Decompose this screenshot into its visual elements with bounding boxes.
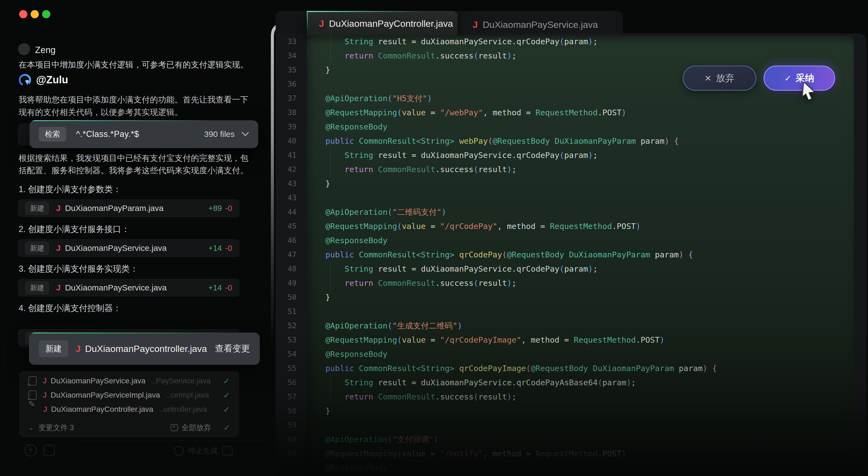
- lines-added: +14: [208, 244, 222, 252]
- line-number: 56: [276, 375, 297, 389]
- code-line[interactable]: @ResponseBody: [307, 120, 854, 134]
- code-line[interactable]: String result = duXiaomanPayService.qrCo…: [307, 262, 854, 276]
- view-changes-link[interactable]: 查看变更: [215, 343, 250, 355]
- file-name: DuXiaomanPayServiceImpl.java: [51, 391, 160, 400]
- code-line[interactable]: String result = duXiaomanPayService.qrCo…: [307, 375, 854, 389]
- line-number: 55: [276, 361, 297, 375]
- accept-check-icon[interactable]: ✓: [223, 405, 230, 414]
- line-number: 46: [276, 233, 297, 247]
- file-name: DuXiaomanPayService.java: [51, 377, 146, 385]
- add-attachment-icon[interactable]: [25, 444, 37, 456]
- discard-all-button[interactable]: 全部放弃: [170, 423, 211, 433]
- code-line[interactable]: [307, 304, 854, 318]
- code-line[interactable]: @ResponseBody: [307, 347, 854, 361]
- accept-all-check-icon[interactable]: ✓: [224, 423, 230, 432]
- code-line[interactable]: @RequestMapping(value = "/qrCodePayImage…: [307, 333, 854, 347]
- code-line[interactable]: @ApiOperation("H5支付"): [307, 91, 854, 105]
- line-number: 54: [276, 347, 297, 361]
- chevron-down-icon[interactable]: [242, 132, 249, 136]
- line-number: 35: [276, 63, 297, 77]
- line-number: 38: [276, 105, 297, 120]
- code-line[interactable]: return CommonResult.success(result);: [307, 276, 854, 290]
- file-change-card[interactable]: 新建 J DuXiaomanPayService.java +14-0: [18, 279, 240, 297]
- code-line[interactable]: String result = duXiaomanPayService.qrCo…: [307, 36, 854, 48]
- code-line[interactable]: [307, 418, 854, 432]
- line-number: 59: [276, 418, 297, 432]
- tab-controller-file[interactable]: J DuXiaomanPayController.java: [307, 11, 458, 36]
- collapse-icon[interactable]: ⌄: [28, 424, 34, 432]
- assistant-mention: @Zulu: [36, 74, 68, 86]
- code-line[interactable]: @ApiOperation("支付回调"): [307, 432, 854, 446]
- code-line[interactable]: }: [307, 290, 854, 304]
- code-line[interactable]: String result = duXiaomanPayService.qrCo…: [307, 148, 854, 162]
- file-name-ghost: ..PayService.java: [152, 377, 211, 385]
- check-icon: ✓: [784, 73, 791, 83]
- file-name: DuXiaomanPayService.java: [65, 243, 167, 253]
- lines-removed: -0: [225, 204, 232, 213]
- line-number: 34: [276, 48, 297, 63]
- step-title: 1. 创建度小满支付参数类：: [19, 183, 121, 195]
- code-line[interactable]: public CommonResult<String> qrCodePayIma…: [307, 361, 854, 375]
- code-editor[interactable]: String result = duXiaomanPayService.qrCo…: [307, 36, 854, 476]
- line-number: 42: [276, 162, 297, 176]
- code-line[interactable]: @ApiOperation("生成支付二维码"): [307, 318, 854, 333]
- code-line[interactable]: @ResponseBody: [307, 233, 854, 247]
- changed-file-row[interactable]: J DuXiaomanPayServiceImpl.java ..ceImpl.…: [28, 388, 230, 402]
- java-file-icon: J: [43, 391, 47, 400]
- line-number: 53: [276, 333, 297, 347]
- search-result-popup[interactable]: 检索 ^.*Class.*Pay.*$ 390 files: [30, 120, 258, 148]
- lines-removed: -0: [225, 283, 232, 292]
- code-line[interactable]: return CommonResult.success(result);: [307, 48, 854, 63]
- line-number: 43: [276, 191, 297, 205]
- code-line[interactable]: }: [307, 176, 854, 191]
- close-icon: ✕: [705, 73, 711, 83]
- code-line[interactable]: public CommonResult<String> qrCodePay(@R…: [307, 247, 854, 262]
- file-change-card[interactable]: 新建 J DuXiaomanPayService.java +14-0: [18, 239, 240, 257]
- line-number: 37: [276, 91, 297, 105]
- line-number: 33: [276, 34, 297, 48]
- java-file-icon: J: [75, 343, 81, 354]
- file-edit-icon: [28, 405, 37, 414]
- code-line[interactable]: @RequestMapping(value = "/webPay", metho…: [307, 105, 854, 120]
- code-line[interactable]: public CommonResult<String> webPay(@Requ…: [307, 134, 854, 148]
- controller-file-popup[interactable]: 新建 J DuXiaomanPaycontroller.java 查看变更: [29, 333, 260, 365]
- accept-check-icon[interactable]: ✓: [223, 376, 230, 386]
- line-number: [276, 461, 297, 475]
- chat-panel: Zeng 在本项目中增加度小满支付逻辑，可参考已有的支付逻辑实现。 @Zulu …: [0, 0, 276, 476]
- divider: [79, 440, 269, 441]
- changed-file-row[interactable]: J DuXiaomanPayService.java ..PayService.…: [28, 374, 230, 388]
- line-number: 61: [276, 446, 297, 461]
- changed-files-toggle[interactable]: 变更文件 3: [38, 423, 74, 433]
- image-attachment-icon[interactable]: [44, 445, 55, 456]
- code-line[interactable]: @ResponseBody: [307, 461, 854, 475]
- changed-file-row[interactable]: J DuXiaomanPayController.java ..ontrolle…: [28, 402, 230, 416]
- java-file-icon: J: [56, 283, 61, 293]
- line-number: 36: [276, 77, 297, 91]
- stop-generation-hint[interactable]: 停止生成: [174, 446, 232, 456]
- search-badge: 检索: [39, 127, 66, 141]
- code-line[interactable]: }: [307, 404, 854, 418]
- discard-button[interactable]: ✕ 放弃: [683, 66, 756, 91]
- code-line[interactable]: @RequestMapping(value = "/qrCodePay", me…: [307, 219, 854, 233]
- code-line[interactable]: return CommonResult.success(result);: [307, 389, 854, 404]
- code-line[interactable]: @RequestMapping(value = "/notify", metho…: [307, 446, 854, 461]
- popup-file-name: DuXiaomanPaycontroller.java: [85, 343, 207, 354]
- tab-service-file[interactable]: J DuXiaomanPayService.java: [462, 13, 615, 36]
- accept-check-icon[interactable]: ✓: [223, 390, 230, 400]
- java-file-icon: J: [472, 20, 478, 30]
- user-message: 在本项目中增加度小满支付逻辑，可参考已有的支付逻辑实现。: [19, 59, 270, 71]
- line-number: 41: [276, 148, 297, 162]
- search-result-count: 390 files: [204, 130, 235, 139]
- code-line[interactable]: return CommonResult.success(result);: [307, 162, 854, 176]
- avatar: [18, 43, 30, 55]
- keycap-icon: [222, 446, 232, 455]
- line-number: 50: [276, 290, 297, 304]
- step-title: 2. 创建度小满支付服务接口：: [19, 224, 130, 235]
- line-number: 47: [276, 247, 297, 262]
- code-line[interactable]: [307, 191, 854, 205]
- file-change-card[interactable]: 新建 J DuXiaomanPayParam.java +89-0: [18, 200, 240, 217]
- code-line[interactable]: @ApiOperation("二维码支付"): [307, 205, 854, 219]
- accept-button[interactable]: ✓ 采纳: [764, 66, 835, 91]
- step-title: 4. 创建度小满支付控制器：: [19, 303, 121, 314]
- lines-added: +89: [208, 204, 222, 213]
